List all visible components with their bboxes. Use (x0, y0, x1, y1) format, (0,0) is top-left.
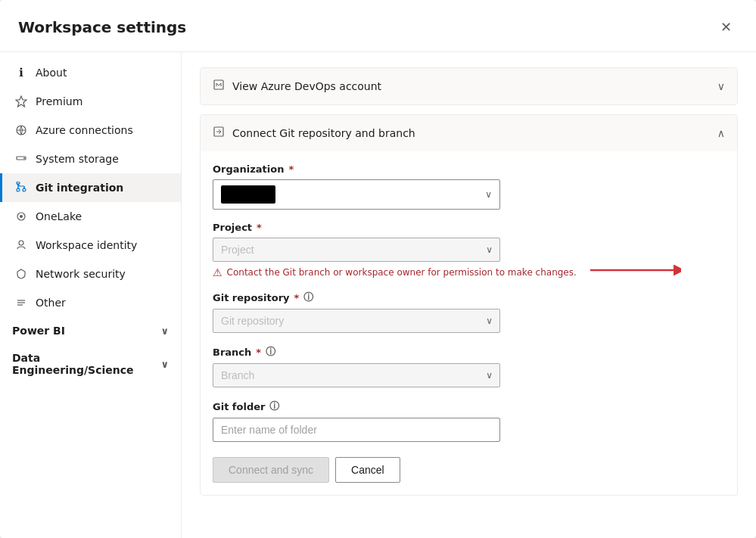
organization-field-group: Organization * ∨ (213, 163, 725, 210)
git-integration-icon (14, 181, 28, 194)
project-select[interactable]: Project (213, 238, 500, 262)
close-button[interactable]: ✕ (714, 15, 738, 39)
org-chevron-icon: ∨ (485, 189, 492, 200)
git-folder-label: Git folder ⓘ (213, 400, 725, 413)
connect-git-label: Connect Git repository and branch (232, 127, 415, 139)
dialog-title: Workspace settings (18, 18, 186, 36)
svg-point-10 (19, 241, 23, 245)
azure-devops-icon (213, 79, 225, 94)
svg-point-9 (20, 215, 23, 218)
workspace-identity-icon (14, 238, 28, 252)
view-azure-chevron-icon: ∨ (717, 80, 725, 92)
error-text: Contact the Git branch or workspace owne… (227, 267, 577, 278)
org-value-box (221, 185, 275, 204)
data-engineering-label: Data Engineering/Science (12, 352, 160, 376)
sidebar: ℹ About Premium Azure connections (0, 52, 182, 538)
error-row: ⚠ Contact the Git branch or workspace ow… (213, 262, 725, 278)
connect-sync-button[interactable]: Connect and sync (213, 457, 329, 483)
sidebar-item-label: Premium (36, 95, 82, 107)
sidebar-item-onelake[interactable]: OneLake (0, 202, 181, 231)
organization-select[interactable]: ∨ (213, 179, 500, 210)
sidebar-item-label: Workspace identity (36, 239, 137, 251)
onelake-icon (14, 210, 28, 223)
premium-icon (14, 95, 28, 108)
svg-marker-0 (16, 96, 26, 107)
view-azure-section: View Azure DevOps account ∨ (200, 67, 738, 105)
form-footer: Connect and sync Cancel (213, 457, 725, 483)
sidebar-item-azure-connections[interactable]: Azure connections (0, 116, 181, 145)
branch-select[interactable]: Branch (213, 363, 500, 387)
cancel-button[interactable]: Cancel (335, 457, 400, 483)
git-repository-select-wrapper: Git repository ∨ (213, 309, 500, 333)
git-folder-info-icon: ⓘ (269, 400, 279, 413)
svg-point-4 (23, 157, 25, 159)
branch-field-group: Branch * ⓘ Branch ∨ (213, 345, 725, 387)
other-icon (14, 296, 28, 309)
data-engineering-chevron-icon: ∨ (160, 359, 169, 370)
sidebar-item-label: About (36, 67, 67, 79)
git-folder-input[interactable] (213, 418, 500, 442)
project-required: * (257, 222, 262, 233)
project-select-wrapper: Project ∨ (213, 238, 500, 262)
connect-git-icon (213, 126, 225, 141)
organization-select-wrapper: ∨ (213, 179, 500, 210)
connect-git-chevron-icon: ∧ (717, 127, 725, 139)
connect-git-section: Connect Git repository and branch ∧ Orga… (200, 114, 738, 496)
view-azure-left: View Azure DevOps account (213, 79, 381, 94)
project-label: Project * (213, 222, 725, 233)
git-repository-label: Git repository * ⓘ (213, 291, 725, 304)
sidebar-section-power-bi[interactable]: Power BI ∨ (0, 317, 181, 344)
organization-required: * (288, 163, 294, 175)
sidebar-item-label: System storage (36, 153, 119, 165)
red-arrow-icon (583, 262, 681, 278)
azure-connections-icon (14, 123, 28, 137)
view-azure-header[interactable]: View Azure DevOps account ∨ (201, 68, 737, 104)
dialog-header: Workspace settings ✕ (0, 0, 756, 52)
power-bi-chevron-icon: ∨ (160, 325, 169, 337)
error-icon: ⚠ (213, 266, 222, 278)
sidebar-item-about[interactable]: ℹ About (0, 58, 181, 87)
git-repository-info-icon: ⓘ (303, 291, 313, 304)
sidebar-item-git-integration[interactable]: Git integration (0, 173, 181, 202)
git-folder-field-group: Git folder ⓘ (213, 400, 725, 442)
branch-info-icon: ⓘ (266, 345, 275, 359)
organization-label: Organization * (213, 163, 725, 175)
sidebar-item-label: Network security (36, 268, 126, 280)
project-field-group: Project * Project ∨ ⚠ (213, 222, 725, 278)
connect-git-header[interactable]: Connect Git repository and branch ∧ (201, 115, 737, 151)
sidebar-item-premium[interactable]: Premium (0, 87, 181, 116)
branch-select-wrapper: Branch ∨ (213, 363, 500, 387)
sidebar-item-label: OneLake (36, 210, 82, 222)
error-message: ⚠ Contact the Git branch or workspace ow… (213, 266, 577, 278)
sidebar-section-data-engineering[interactable]: Data Engineering/Science ∨ (0, 344, 181, 384)
about-icon: ℹ (14, 66, 28, 79)
git-repository-select[interactable]: Git repository (213, 309, 500, 333)
git-repository-required: * (294, 292, 300, 303)
sidebar-item-label: Git integration (36, 182, 123, 194)
sidebar-item-other[interactable]: Other (0, 288, 181, 317)
accordion-header-left: Connect Git repository and branch (213, 126, 415, 141)
branch-label: Branch * ⓘ (213, 345, 725, 359)
view-azure-label: View Azure DevOps account (232, 80, 381, 92)
dialog-body: ℹ About Premium Azure connections (0, 52, 756, 538)
sidebar-item-workspace-identity[interactable]: Workspace identity (0, 231, 181, 260)
accordion-body: Organization * ∨ Projec (201, 151, 737, 495)
workspace-settings-dialog: Workspace settings ✕ ℹ About Premium (0, 0, 756, 538)
network-security-icon (14, 267, 28, 281)
sidebar-item-system-storage[interactable]: System storage (0, 145, 181, 173)
git-repository-field-group: Git repository * ⓘ Git repository ∨ (213, 291, 725, 333)
system-storage-icon (14, 152, 28, 166)
sidebar-item-label: Azure connections (36, 124, 133, 136)
power-bi-label: Power BI (12, 325, 65, 337)
sidebar-item-label: Other (36, 297, 66, 309)
svg-rect-14 (214, 80, 223, 89)
branch-required: * (256, 347, 261, 358)
main-content: View Azure DevOps account ∨ Connect Git … (182, 52, 756, 538)
sidebar-item-network-security[interactable]: Network security (0, 260, 181, 288)
